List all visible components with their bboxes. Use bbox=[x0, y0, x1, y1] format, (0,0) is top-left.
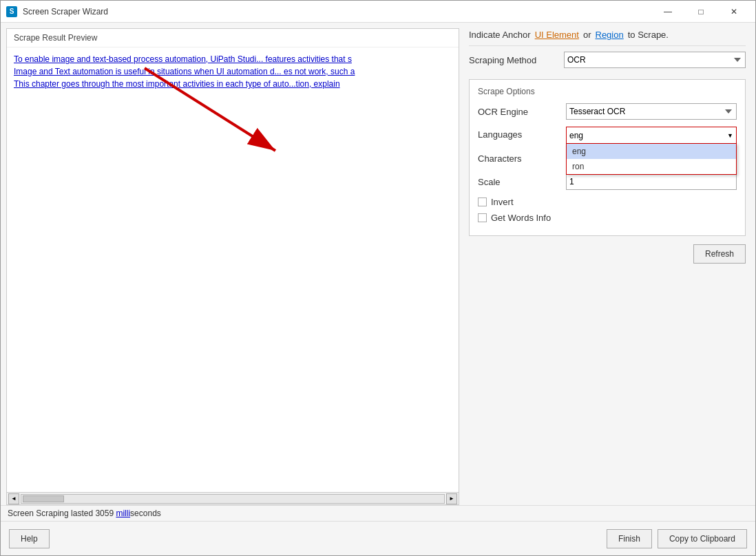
scale-input[interactable] bbox=[566, 173, 737, 190]
horizontal-scrollbar[interactable]: ◄ ► bbox=[7, 492, 459, 504]
anchor-row: Indicate Anchor UI Element or Region to … bbox=[469, 30, 746, 46]
bottom-bar: Help Finish Copy to Clipboard bbox=[1, 521, 755, 555]
scale-row: Scale bbox=[478, 173, 737, 190]
get-words-info-label[interactable]: Get Words Info bbox=[491, 213, 551, 223]
scrape-options-section: Scrape Options OCR Engine Tesseract OCR … bbox=[469, 79, 746, 236]
ocr-engine-label: OCR Engine bbox=[478, 107, 560, 117]
app-icon: S bbox=[6, 6, 17, 17]
invert-row: Invert bbox=[478, 197, 737, 207]
preview-text-line-2: Image and Text automation is useful in s… bbox=[14, 65, 452, 78]
finish-button[interactable]: Finish bbox=[607, 529, 652, 548]
region-link[interactable]: Region bbox=[596, 30, 624, 40]
status-suffix: seconds bbox=[130, 509, 161, 518]
invert-label[interactable]: Invert bbox=[491, 197, 514, 207]
status-millis-link[interactable]: milli bbox=[116, 509, 130, 518]
anchor-label: Indicate Anchor bbox=[469, 30, 531, 40]
preview-text-line-3: This chapter goes through the most impor… bbox=[14, 78, 452, 90]
scroll-right-button[interactable]: ► bbox=[446, 493, 457, 504]
title-bar: S Screen Scraper Wizard — □ ✕ bbox=[1, 1, 755, 23]
languages-selected-value: eng bbox=[569, 131, 583, 140]
languages-dropdown-list: eng ron bbox=[566, 143, 737, 175]
ui-element-link[interactable]: UI Element bbox=[535, 30, 579, 40]
scraping-method-select[interactable]: OCR Text Full Text bbox=[564, 52, 746, 68]
close-button[interactable]: ✕ bbox=[718, 2, 750, 21]
ocr-engine-row: OCR Engine Tesseract OCR Microsoft OCR G… bbox=[478, 103, 737, 120]
app-icon-letter: S bbox=[10, 8, 14, 15]
main-window: S Screen Scraper Wizard — □ ✕ Scrape Res… bbox=[0, 0, 756, 556]
preview-header: Scrape Result Preview bbox=[7, 29, 459, 47]
languages-dropdown-container: eng ▼ eng ron bbox=[566, 127, 737, 143]
lang-option-ron[interactable]: ron bbox=[567, 159, 736, 174]
preview-text-line-1: To enable image and text-based process a… bbox=[14, 53, 452, 65]
scraping-method-label: Scraping Method bbox=[469, 55, 558, 65]
content-area: Scrape Result Preview To enable image an… bbox=[1, 23, 755, 505]
scroll-left-button[interactable]: ◄ bbox=[8, 493, 19, 504]
left-panel: Scrape Result Preview To enable image an… bbox=[6, 28, 459, 505]
characters-label: Characters bbox=[478, 153, 560, 164]
window-controls: — □ ✕ bbox=[652, 2, 750, 21]
languages-row: Languages eng ▼ eng ron bbox=[478, 127, 737, 143]
languages-selected[interactable]: eng ▼ bbox=[566, 127, 737, 143]
languages-dropdown-arrow: ▼ bbox=[727, 132, 733, 139]
preview-content: To enable image and text-based process a… bbox=[7, 47, 459, 492]
arrow-annotation bbox=[7, 47, 459, 492]
right-panel: Indicate Anchor UI Element or Region to … bbox=[459, 23, 755, 505]
copy-to-clipboard-button[interactable]: Copy to Clipboard bbox=[658, 529, 747, 548]
languages-label: Languages bbox=[478, 129, 560, 140]
minimize-button[interactable]: — bbox=[652, 2, 684, 21]
scraping-method-row: Scraping Method OCR Text Full Text bbox=[469, 52, 746, 74]
anchor-scrape-text: to Scrape. bbox=[628, 30, 669, 40]
refresh-button[interactable]: Refresh bbox=[693, 244, 746, 264]
scale-label: Scale bbox=[478, 177, 560, 187]
window-title: Screen Scraper Wizard bbox=[23, 7, 652, 17]
help-button[interactable]: Help bbox=[9, 529, 50, 548]
scrape-options-title: Scrape Options bbox=[478, 87, 737, 96]
status-bar: Screen Scraping lasted 3059 milliseconds bbox=[1, 505, 755, 521]
get-words-info-row: Get Words Info bbox=[478, 213, 737, 223]
bottom-right-buttons: Finish Copy to Clipboard bbox=[607, 529, 747, 548]
refresh-row: Refresh bbox=[469, 244, 746, 264]
scroll-thumb[interactable] bbox=[23, 495, 64, 502]
maximize-button[interactable]: □ bbox=[685, 2, 717, 21]
status-text: Screen Scraping lasted 3059 bbox=[8, 509, 116, 518]
get-words-info-checkbox[interactable] bbox=[478, 213, 487, 222]
scroll-track[interactable] bbox=[21, 494, 445, 504]
anchor-or: or bbox=[583, 30, 591, 40]
lang-option-eng[interactable]: eng bbox=[567, 144, 736, 159]
invert-checkbox[interactable] bbox=[478, 197, 487, 206]
ocr-engine-select[interactable]: Tesseract OCR Microsoft OCR Google OCR bbox=[566, 103, 737, 120]
